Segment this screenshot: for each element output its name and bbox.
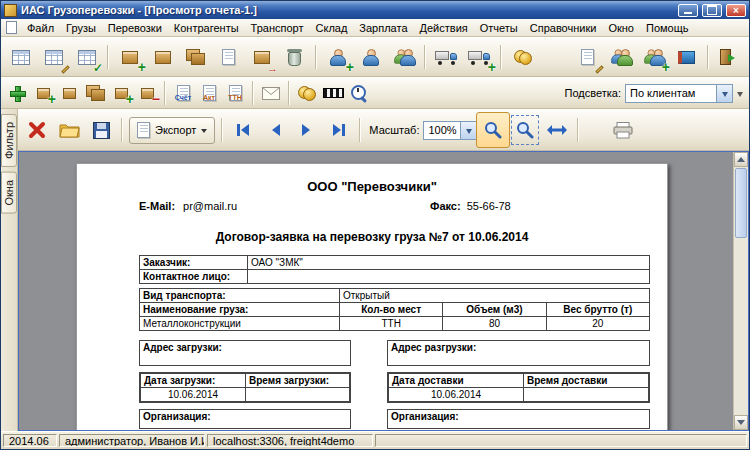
cargo-delete-button[interactable] [278, 41, 311, 74]
close-report-button[interactable] [21, 113, 53, 147]
zoom-actual-button[interactable] [477, 113, 509, 147]
staff-group-button[interactable] [637, 41, 670, 74]
box-add-button[interactable] [30, 80, 56, 106]
scrollbar-thumb[interactable] [735, 168, 747, 238]
report-preview-area[interactable]: ООО "Перевозчики" E-Mail:pr@mail.ru Факс… [18, 151, 749, 431]
maximize-button[interactable] [702, 4, 722, 17]
box-minus-button[interactable] [134, 80, 160, 106]
menu-help[interactable]: Помощь [640, 20, 695, 36]
clients-button[interactable] [387, 41, 420, 74]
contract-doc-icon [581, 49, 594, 65]
menu-actions[interactable]: Действия [414, 20, 474, 36]
vehicle-button[interactable] [430, 41, 463, 74]
ledger-button[interactable] [670, 41, 703, 74]
act-doc-button[interactable]: Акт [196, 80, 222, 106]
cargo-stack-button[interactable] [179, 41, 212, 74]
close-button[interactable] [726, 4, 746, 17]
load-date-box: Дата загрузки: Время загрузки: 10.06.201… [139, 372, 351, 403]
minimize-button[interactable] [678, 4, 698, 17]
scroll-up-button[interactable] [734, 152, 748, 167]
open-report-button[interactable] [53, 113, 85, 147]
load-unload-section: Адрес загрузки: Дата загрузки: Время заг… [139, 340, 650, 431]
partners-button[interactable] [604, 41, 637, 74]
box-button[interactable] [56, 80, 82, 106]
export-button[interactable]: Экспорт [129, 117, 215, 144]
table-check-button[interactable] [70, 41, 103, 74]
box-stack-button[interactable] [82, 80, 108, 106]
org-label: Организация: [388, 410, 649, 423]
ttn-doc-button[interactable]: ТТН [222, 80, 248, 106]
menu-transportations[interactable]: Перевозки [102, 20, 168, 36]
contract-edit-button[interactable] [571, 41, 604, 74]
act-doc-icon: Акт [203, 85, 216, 101]
invoice-doc-button[interactable]: Счёт [170, 80, 196, 106]
exit-button[interactable] [713, 41, 746, 74]
status-bar: 2014.06 администратор, Иванов И.И. local… [1, 431, 749, 449]
menu-warehouse[interactable]: Склад [310, 20, 354, 36]
menu-transport[interactable]: Транспорт [245, 20, 310, 36]
cargo-ship-button[interactable] [245, 41, 278, 74]
app-window: { "window": { "title": "ИАС Грузоперевоз… [0, 0, 750, 450]
delivery-time-label: Время доставки [524, 374, 649, 388]
highlight-combobox[interactable]: По клиентам [625, 84, 733, 103]
vertical-scrollbar[interactable] [733, 152, 748, 430]
payments-button[interactable] [506, 41, 539, 74]
customer-value: ОАО "ЗМК" [248, 256, 650, 270]
chevron-down-icon[interactable] [716, 85, 732, 102]
menu-counterparties[interactable]: Контрагенты [168, 20, 245, 36]
clock-search-button[interactable] [346, 80, 372, 106]
tab-filter[interactable]: Фильтр [1, 114, 17, 167]
menu-file[interactable]: Файл [21, 20, 60, 36]
fit-width-button[interactable] [541, 113, 573, 147]
tab-windows[interactable]: Окна [1, 172, 17, 214]
highlight-value: По клиентам [626, 87, 716, 99]
save-report-button[interactable] [85, 113, 117, 147]
first-page-button[interactable] [227, 113, 259, 147]
qty-value: ТТН [340, 317, 443, 331]
volume-value: 80 [443, 317, 546, 331]
prev-page-button[interactable] [259, 113, 291, 147]
chevron-down-icon[interactable] [460, 122, 476, 139]
contact-value [248, 270, 650, 284]
money-button[interactable] [294, 80, 320, 106]
fax-block: Факс:55-66-78 [430, 200, 511, 212]
plus-badge-icon [138, 60, 146, 74]
menu-cargo[interactable]: Грузы [60, 20, 102, 36]
table-icon [45, 50, 63, 65]
invoice-doc-label: Счёт [175, 94, 192, 101]
cargo-add-button[interactable] [113, 41, 146, 74]
mdi-child-icon[interactable] [6, 21, 17, 34]
plus-badge-icon [346, 60, 354, 74]
box-plus-button[interactable] [108, 80, 134, 106]
scroll-down-button[interactable] [734, 415, 748, 430]
clock-search-icon [351, 85, 367, 101]
cargo-list-button[interactable] [212, 41, 245, 74]
menu-salary[interactable]: Зарплата [353, 20, 413, 36]
client-button[interactable] [354, 41, 387, 74]
nav-first-icon [234, 122, 252, 138]
menu-reports[interactable]: Отчеты [474, 20, 524, 36]
mail-button[interactable] [258, 80, 284, 106]
nav-last-icon [330, 122, 348, 138]
cargo-button[interactable] [146, 41, 179, 74]
toolbar-separator [288, 81, 290, 105]
box-stack-icon [86, 85, 105, 101]
table-edit-button[interactable] [37, 41, 70, 74]
add-button[interactable] [4, 80, 30, 106]
data-table-button[interactable] [4, 41, 37, 74]
zoom-region-button[interactable] [509, 113, 541, 147]
next-page-button[interactable] [291, 113, 323, 147]
toolbar-overflow-button[interactable] [733, 80, 746, 106]
box-icon [63, 88, 76, 99]
last-page-button[interactable] [323, 113, 355, 147]
print-button[interactable] [607, 113, 639, 147]
odometer-button[interactable] [320, 80, 346, 106]
scale-combobox[interactable]: 100% [423, 121, 477, 140]
menu-bar: Файл Грузы Перевозки Контрагенты Транспо… [1, 19, 749, 37]
vehicle-load-button[interactable] [463, 41, 496, 74]
menu-window[interactable]: Окно [602, 20, 640, 36]
selection-box-icon [511, 115, 539, 145]
menu-references[interactable]: Справочники [524, 20, 603, 36]
client-add-button[interactable] [321, 41, 354, 74]
toolbar-separator [500, 45, 502, 69]
